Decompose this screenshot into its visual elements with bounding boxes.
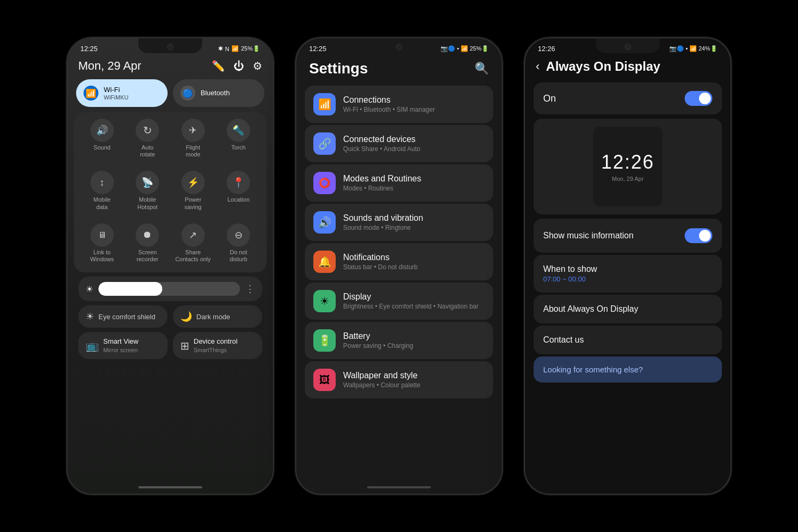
aod-when-row[interactable]: When to show 07:00 ~ 00:00 — [534, 255, 722, 293]
sounds-name: Sounds and vibration — [343, 213, 485, 223]
aod-music-text: Show music information — [543, 231, 634, 240]
device-control-btn[interactable]: ⊞ Device control SmartThings — [173, 332, 262, 359]
phone-3-vol-dn-btn[interactable] — [524, 142, 525, 166]
mobile-data-label: Mobiledata — [94, 196, 111, 210]
torch-tile[interactable]: 🔦 Torch — [217, 112, 261, 162]
screen-recorder-label: Screenrecorder — [137, 249, 159, 263]
settings-item-notifications[interactable]: 🔔 Notifications Status bar • Do not dist… — [305, 243, 493, 280]
hotspot-tile[interactable]: 📡 MobileHotspot — [126, 164, 170, 214]
connections-text: Connections Wi-Fi • Bluetooth • SIM mana… — [343, 95, 485, 113]
display-sub: Brightness • Eye comfort shield • Naviga… — [343, 303, 485, 310]
eye-comfort-btn[interactable]: ☀ Eye comfort shield — [78, 305, 168, 328]
settings-item-battery[interactable]: 🔋 Battery Power saving • Charging — [305, 322, 493, 359]
battery-text-1: 25%🔋 — [241, 45, 260, 52]
phone-1-vol-dn-btn[interactable] — [66, 142, 68, 166]
sound-label: Sound — [94, 144, 111, 151]
phone-1-vol-up-btn[interactable] — [66, 113, 68, 137]
settings-item-modes[interactable]: ⭕ Modes and Routines Modes • Routines — [305, 164, 493, 202]
aod-music-label: Show music information — [543, 231, 634, 240]
phone-3-vol-up-btn[interactable] — [524, 113, 525, 137]
connected-devices-icon: 🔗 — [313, 132, 336, 155]
settings-item-sounds[interactable]: 🔊 Sounds and vibration Sound mode • Ring… — [305, 204, 493, 241]
connections-name: Connections — [343, 95, 485, 105]
phone-2-vol-up-btn[interactable] — [295, 113, 296, 137]
share-tile[interactable]: ↗ ShareContacts only — [171, 217, 215, 267]
device-control-icon: ⊞ — [180, 339, 189, 352]
aod-contact-row[interactable]: Contact us — [534, 326, 722, 354]
phone-2-power-btn[interactable] — [502, 134, 503, 166]
settings-page-title: Settings — [309, 60, 368, 77]
bluetooth-tile-icon: 🔵 — [180, 86, 195, 101]
location-icon: 📍 — [227, 171, 250, 194]
aod-about-row[interactable]: About Always On Display — [534, 295, 722, 323]
flight-mode-icon: ✈ — [181, 119, 205, 142]
auto-rotate-tile[interactable]: ↻ Autorotate — [126, 112, 170, 162]
flight-mode-tile[interactable]: ✈ Flightmode — [171, 112, 215, 162]
power-saving-label: Powersaving — [185, 196, 202, 210]
aod-about-label: About Always On Display — [543, 304, 638, 314]
phone-2-vol-dn-btn[interactable] — [295, 142, 296, 166]
modes-sub: Modes • Routines — [343, 185, 485, 192]
brightness-fill — [98, 282, 162, 296]
aod-clock-preview: 12:26 Mon, 29 Apr — [593, 127, 662, 206]
connections-icon: 📶 — [313, 93, 336, 115]
settings-item-connected-devices[interactable]: 🔗 Connected devices Quick Share • Androi… — [305, 125, 493, 162]
dnd-label: Do notdisturb — [230, 249, 247, 263]
edit-icon[interactable]: ✏️ — [212, 60, 225, 72]
share-icon: ↗ — [181, 223, 205, 247]
phone-3-camera — [625, 44, 631, 50]
battery-sub: Power saving • Charging — [343, 342, 485, 350]
phone-1-camera — [167, 44, 173, 50]
phone-1: 12:25 ✱ N 📶 25%🔋 Mon, 29 Apr ✏️ ⏻ ⚙ 📶 Wi… — [66, 37, 274, 495]
qs-wide-tiles: 📶 Wi-Fi WiFiMKU 🔵 Bluetooth — [68, 79, 273, 112]
sounds-text: Sounds and vibration Sound mode • Ringto… — [343, 213, 485, 231]
location-tile[interactable]: 📍 Location — [217, 164, 261, 214]
power-saving-icon: ⚡ — [181, 171, 205, 194]
hotspot-icon: 📡 — [136, 171, 159, 194]
qs-small-tiles: 🔊 Sound ↻ Autorotate ✈ Flightmode 🔦 Torc… — [74, 112, 267, 272]
status-time-3: 12:26 — [538, 45, 555, 53]
smart-view-btn[interactable]: 📺 Smart View Mirror screen — [78, 332, 168, 359]
wallpaper-sub: Wallpapers • Colour palette — [343, 381, 485, 389]
aod-music-row[interactable]: Show music information — [534, 219, 722, 253]
screen-recorder-tile[interactable]: ⏺ Screenrecorder — [126, 217, 170, 267]
dnd-icon: ⊖ — [227, 223, 250, 247]
aod-back-button[interactable]: ‹ — [536, 60, 539, 73]
phone-1-power-btn[interactable] — [273, 134, 274, 166]
brightness-menu-icon[interactable]: ⋮ — [245, 283, 255, 295]
aod-music-switch[interactable] — [685, 228, 712, 243]
mobile-data-tile[interactable]: ↕ Mobiledata — [80, 164, 124, 214]
settings-search-icon[interactable]: 🔍 — [475, 62, 489, 76]
phone-3-power-btn[interactable] — [730, 134, 732, 166]
battery-icon: 🔋 — [313, 329, 336, 352]
status-time-1: 12:25 — [80, 45, 98, 53]
modes-icon: ⭕ — [313, 172, 336, 194]
settings-item-wallpaper[interactable]: 🖼 Wallpaper and style Wallpapers • Colou… — [305, 361, 493, 398]
qs-header: Mon, 29 Apr ✏️ ⏻ ⚙ — [68, 55, 273, 79]
link-windows-tile[interactable]: 🖥 Link toWindows — [80, 217, 124, 267]
link-windows-label: Link toWindows — [90, 249, 114, 263]
bluetooth-tile[interactable]: 🔵 Bluetooth — [173, 79, 264, 107]
wallpaper-icon: 🖼 — [313, 369, 336, 391]
sound-tile[interactable]: 🔊 Sound — [80, 112, 124, 162]
settings-icon[interactable]: ⚙ — [253, 60, 262, 72]
device-control-text: Device control SmartThings — [194, 337, 237, 354]
auto-rotate-label: Autorotate — [140, 144, 155, 158]
power-icon[interactable]: ⏻ — [234, 60, 244, 72]
wifi-tile[interactable]: 📶 Wi-Fi WiFiMKU — [76, 79, 168, 107]
screen-recorder-icon: ⏺ — [136, 223, 159, 247]
power-saving-tile[interactable]: ⚡ Powersaving — [171, 164, 215, 214]
status-icons-right-3: 📷🔵 • 📶 24%🔋 — [669, 45, 718, 52]
settings-item-display[interactable]: ☀ Display Brightness • Eye comfort shiel… — [305, 282, 493, 320]
aod-when-label: When to show — [543, 264, 597, 274]
settings-item-connections[interactable]: 📶 Connections Wi-Fi • Bluetooth • SIM ma… — [305, 86, 493, 123]
dark-mode-btn[interactable]: 🌙 Dark mode — [173, 305, 262, 328]
location-label: Location — [227, 196, 250, 203]
dnd-tile[interactable]: ⊖ Do notdisturb — [217, 217, 261, 267]
display-text: Display Brightness • Eye comfort shield … — [343, 292, 485, 310]
smart-view-label: Smart View — [103, 337, 138, 346]
aod-looking-row[interactable]: Looking for something else? — [534, 356, 722, 383]
aod-settings-screen: 12:26 📷🔵 • 📶 24%🔋 ‹ Always On Display On… — [525, 38, 730, 494]
aod-on-switch[interactable] — [685, 91, 712, 106]
brightness-bar[interactable] — [98, 282, 240, 296]
